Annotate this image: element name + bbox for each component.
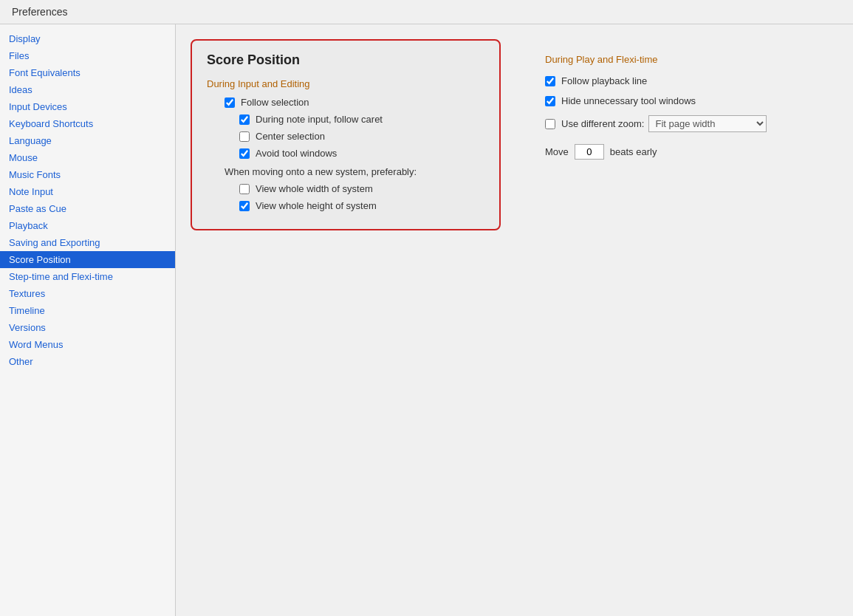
window-title: Preferences	[12, 6, 67, 18]
sidebar-item-mouse[interactable]: Mouse	[0, 149, 175, 166]
sidebar-item-note-input[interactable]: Note Input	[0, 183, 175, 200]
sidebar-item-textures[interactable]: Textures	[0, 285, 175, 302]
sidebar-item-timeline[interactable]: Timeline	[0, 302, 175, 319]
use-different-zoom-checkbox[interactable]	[545, 119, 555, 129]
during-play-label: During Play and Flexi-time	[545, 54, 826, 65]
sidebar-item-ideas[interactable]: Ideas	[0, 81, 175, 98]
sidebar-item-font-equivalents[interactable]: Font Equivalents	[0, 64, 175, 81]
preferences-window: Preferences DisplayFilesFont Equivalents…	[0, 0, 853, 616]
sidebar-item-language[interactable]: Language	[0, 132, 175, 149]
panels-wrapper: Score Position During Input and Editing …	[191, 39, 838, 230]
hide-tool-windows-row: Hide unnecessary tool windows	[545, 95, 826, 106]
follow-selection-label[interactable]: Follow selection	[241, 97, 309, 108]
sidebar-item-files[interactable]: Files	[0, 47, 175, 64]
sidebar-item-input-devices[interactable]: Input Devices	[0, 98, 175, 115]
sidebar-item-step-time-flexi-time[interactable]: Step-time and Flexi-time	[0, 268, 175, 285]
zoom-row: Use different zoom: Fit page width Fit i…	[545, 115, 826, 132]
avoid-tool-windows-checkbox[interactable]	[239, 148, 250, 159]
follow-selection-row: Follow selection	[207, 97, 484, 108]
hide-tool-windows-label[interactable]: Hide unnecessary tool windows	[561, 95, 696, 106]
during-play-panel: During Play and Flexi-time Follow playba…	[545, 39, 826, 160]
sidebar-item-music-fonts[interactable]: Music Fonts	[0, 166, 175, 183]
sidebar: DisplayFilesFont EquivalentsIdeasInput D…	[0, 24, 176, 616]
sidebar-item-saving-exporting[interactable]: Saving and Exporting	[0, 234, 175, 251]
sidebar-item-paste-as-cue[interactable]: Paste as Cue	[0, 200, 175, 217]
view-whole-height-checkbox[interactable]	[239, 201, 250, 211]
zoom-select[interactable]: Fit page width Fit in window 25% 50% 75%…	[648, 115, 767, 132]
sidebar-item-versions[interactable]: Versions	[0, 319, 175, 336]
hide-tool-windows-checkbox[interactable]	[545, 96, 555, 106]
sidebar-item-keyboard-shortcuts[interactable]: Keyboard Shortcuts	[0, 115, 175, 132]
sidebar-item-score-position[interactable]: Score Position	[0, 251, 175, 268]
use-different-zoom-label[interactable]: Use different zoom:	[561, 118, 644, 129]
during-note-input-row: During note input, follow caret	[207, 114, 484, 125]
content-area: DisplayFilesFont EquivalentsIdeasInput D…	[0, 24, 853, 616]
move-label: Move	[545, 146, 569, 157]
during-note-input-label[interactable]: During note input, follow caret	[256, 114, 383, 125]
view-whole-width-checkbox[interactable]	[239, 184, 250, 194]
move-input[interactable]	[575, 144, 604, 160]
follow-playback-label[interactable]: Follow playback line	[561, 75, 647, 86]
follow-selection-checkbox[interactable]	[225, 97, 235, 108]
view-whole-height-row: View whole height of system	[207, 200, 484, 211]
center-selection-row: Center selection	[207, 131, 484, 142]
score-position-box: Score Position During Input and Editing …	[191, 39, 501, 230]
move-row: Move beats early	[545, 144, 826, 160]
center-selection-label[interactable]: Center selection	[256, 131, 325, 142]
title-bar: Preferences	[0, 0, 853, 24]
view-whole-width-row: View whole width of system	[207, 183, 484, 194]
score-position-title: Score Position	[207, 52, 484, 68]
center-selection-checkbox[interactable]	[239, 131, 250, 142]
avoid-tool-windows-row: Avoid tool windows	[207, 148, 484, 159]
sidebar-item-playback[interactable]: Playback	[0, 217, 175, 234]
avoid-tool-windows-label[interactable]: Avoid tool windows	[256, 148, 337, 159]
main-panel: Score Position During Input and Editing …	[176, 24, 853, 616]
sidebar-item-word-menus[interactable]: Word Menus	[0, 336, 175, 353]
sidebar-item-other[interactable]: Other	[0, 353, 175, 370]
view-whole-width-label[interactable]: View whole width of system	[256, 183, 373, 194]
during-note-input-checkbox[interactable]	[239, 114, 250, 125]
during-input-label: During Input and Editing	[207, 78, 484, 89]
sidebar-item-display[interactable]: Display	[0, 30, 175, 47]
follow-playback-checkbox[interactable]	[545, 76, 555, 86]
when-moving-label: When moving onto a new system, preferabl…	[207, 166, 484, 177]
beats-early-label: beats early	[610, 146, 657, 157]
view-whole-height-label[interactable]: View whole height of system	[256, 200, 377, 211]
follow-playback-row: Follow playback line	[545, 75, 826, 86]
